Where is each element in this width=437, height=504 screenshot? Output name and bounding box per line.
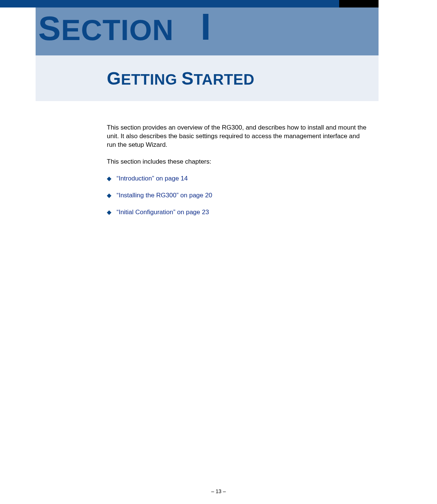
chapters-intro-paragraph: This section includes these chapters: bbox=[107, 158, 369, 166]
subtitle-word2-cap: S bbox=[181, 69, 194, 88]
diamond-bullet-icon: ◆ bbox=[107, 208, 111, 216]
subtitle-word1-cap: G bbox=[107, 69, 121, 88]
section-title-word-rest: ECTION bbox=[61, 13, 174, 46]
section-number: I bbox=[201, 5, 211, 48]
diamond-bullet-icon: ◆ bbox=[107, 191, 111, 200]
subtitle-word1-rest: ETTING bbox=[121, 71, 177, 88]
chapter-list: ◆ “Introduction” on page 14 ◆ “Installin… bbox=[107, 174, 369, 217]
subtitle-text: GETTING STARTED bbox=[107, 68, 254, 89]
chapter-list-item: ◆ “Initial Configuration” on page 23 bbox=[107, 208, 369, 217]
page-number: – 13 – bbox=[0, 488, 437, 494]
section-banner-left-mask bbox=[0, 7, 36, 55]
chapter-link[interactable]: “Installing the RG300” on page 20 bbox=[117, 191, 212, 200]
section-title: SECTION bbox=[38, 9, 174, 48]
intro-paragraph: This section provides an overview of the… bbox=[107, 124, 369, 149]
chapter-list-item: ◆ “Introduction” on page 14 bbox=[107, 174, 369, 183]
section-title-word-initial: S bbox=[38, 10, 61, 47]
subtitle-word2-rest: TARTED bbox=[194, 71, 254, 88]
subtitle-bar: GETTING STARTED bbox=[36, 55, 379, 101]
chapter-link[interactable]: “Initial Configuration” on page 23 bbox=[117, 208, 209, 217]
chapter-link[interactable]: “Introduction” on page 14 bbox=[117, 174, 188, 183]
body-content: This section provides an overview of the… bbox=[107, 124, 369, 225]
diamond-bullet-icon: ◆ bbox=[107, 174, 111, 183]
header-top-bar bbox=[0, 0, 339, 7]
chapter-list-item: ◆ “Installing the RG300” on page 20 bbox=[107, 191, 369, 200]
